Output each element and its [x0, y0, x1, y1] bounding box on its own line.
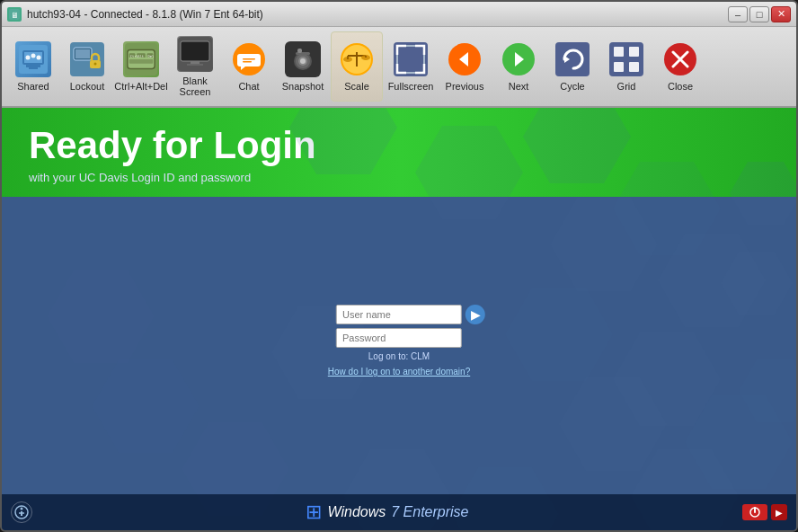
username-wrapper: ▶	[336, 305, 462, 324]
close-label: Close	[668, 81, 693, 92]
cycle-label: Cycle	[560, 81, 585, 92]
grid-label: Grid	[617, 81, 636, 92]
toolbar-item-chat[interactable]: Chat	[223, 31, 275, 102]
snapshot-icon	[285, 41, 321, 77]
toolbar-item-shared[interactable]: Shared	[7, 31, 59, 102]
toolbar-item-snapshot[interactable]: Snapshot	[277, 31, 329, 102]
cycle-icon	[554, 41, 590, 77]
svg-rect-6	[29, 67, 38, 69]
window-title: hutch93-04 - Connected - 8.1.8 (Win 7 En…	[27, 8, 723, 21]
svg-rect-38	[296, 52, 310, 55]
svg-rect-29	[191, 61, 200, 64]
svg-point-8	[31, 54, 36, 58]
taskbar-center: ⊞ Windows 7 Enterprise	[306, 501, 468, 524]
fullscreen-label: Fullscreen	[388, 81, 434, 92]
login-form: ▶ Log on to: CLM How do I log on to anot…	[328, 305, 470, 377]
ctrl-alt-del-label: Ctrl+Alt+Del	[114, 81, 167, 92]
next-label: Next	[509, 81, 529, 92]
login-submit-button[interactable]: ▶	[466, 305, 485, 324]
svg-rect-22	[129, 59, 154, 64]
scale-icon	[339, 41, 375, 77]
close-button[interactable]: ✕	[771, 6, 791, 22]
toolbar-item-grid[interactable]: Grid	[600, 31, 652, 102]
chat-icon	[231, 41, 267, 77]
ease-of-access-button[interactable]	[11, 501, 32, 523]
toolbar-item-close[interactable]: Close	[654, 31, 706, 102]
grid-icon	[608, 41, 644, 77]
snapshot-label: Snapshot	[282, 81, 324, 92]
close-icon	[662, 41, 698, 77]
svg-text:🖥: 🖥	[11, 11, 19, 20]
svg-rect-32	[243, 58, 255, 60]
svg-rect-12	[75, 49, 90, 58]
toolbar-item-previous[interactable]: Previous	[439, 31, 491, 102]
toolbar-item-ctrl-alt-del[interactable]: Ctrl Alt Del Ctrl+Alt+Del	[115, 31, 167, 102]
toolbar-item-next[interactable]: Next	[492, 31, 545, 102]
svg-point-66	[21, 508, 23, 510]
minimize-button[interactable]: –	[728, 6, 748, 22]
remote-desktop-content: Ready for Login with your UC Davis Login…	[2, 108, 796, 530]
svg-text:Del: Del	[148, 54, 155, 58]
svg-rect-27	[181, 41, 209, 61]
taskbar-right: ▶	[742, 504, 787, 520]
lockout-icon	[69, 41, 105, 77]
toolbar-item-blank-screen[interactable]: Blank Screen	[169, 31, 221, 102]
blank-screen-icon	[177, 36, 213, 72]
next-icon	[501, 41, 536, 77]
windows-taskbar: ⊞ Windows 7 Enterprise ▶	[2, 494, 796, 530]
title-bar: 🖥 hutch93-04 - Connected - 8.1.8 (Win 7 …	[2, 2, 796, 27]
toolbar-item-cycle[interactable]: Cycle	[546, 31, 598, 102]
password-input[interactable]	[336, 328, 462, 348]
svg-point-15	[94, 63, 97, 66]
blank-screen-label: Blank Screen	[169, 75, 221, 97]
window-controls: – □ ✕	[728, 6, 791, 22]
toolbar-item-fullscreen[interactable]: Fullscreen	[385, 31, 437, 102]
windows-logo-icon[interactable]: ⊞	[306, 501, 322, 524]
fullscreen-icon	[393, 41, 429, 77]
lockout-label: Lockout	[70, 81, 105, 92]
taskbar-left	[11, 501, 32, 523]
svg-rect-59	[629, 47, 639, 57]
svg-rect-60	[614, 62, 624, 72]
login-domain-text: Log on to: CLM	[368, 351, 430, 361]
svg-text:Alt: Alt	[137, 54, 144, 58]
svg-point-9	[37, 56, 41, 60]
ctrl-alt-del-icon: Ctrl Alt Del	[123, 41, 159, 77]
svg-rect-58	[614, 47, 624, 57]
shared-icon	[15, 41, 51, 77]
toolbar-item-lockout[interactable]: Lockout	[61, 31, 113, 102]
svg-point-7	[26, 56, 31, 60]
previous-icon	[447, 41, 483, 77]
svg-rect-49	[394, 42, 428, 76]
password-wrapper	[336, 328, 462, 348]
svg-rect-30	[187, 64, 203, 66]
svg-point-40	[300, 58, 306, 64]
shared-label: Shared	[17, 81, 49, 92]
scale-label: Scale	[344, 81, 369, 92]
window-icon: 🖥	[7, 7, 22, 22]
svg-rect-55	[555, 42, 590, 76]
toolbar-item-scale[interactable]: Scale	[331, 31, 383, 102]
maximize-button[interactable]: □	[749, 6, 769, 22]
windows-edition-text: 7 Enterprise	[391, 504, 468, 520]
svg-rect-39	[297, 49, 302, 53]
shutdown-button[interactable]	[742, 504, 767, 520]
svg-rect-61	[629, 62, 639, 72]
username-input[interactable]	[336, 305, 462, 324]
main-window: 🖥 hutch93-04 - Connected - 8.1.8 (Win 7 …	[0, 0, 798, 532]
toolbar: Shared Lockout	[2, 27, 796, 108]
windows-version-text: Windows	[327, 504, 386, 520]
previous-label: Previous	[446, 81, 484, 92]
login-domain-link[interactable]: How do I log on to another domain?	[328, 367, 470, 377]
svg-rect-33	[243, 61, 252, 63]
chat-label: Chat	[238, 81, 259, 92]
svg-rect-5	[26, 65, 40, 67]
shutdown-menu-button[interactable]: ▶	[771, 504, 787, 520]
